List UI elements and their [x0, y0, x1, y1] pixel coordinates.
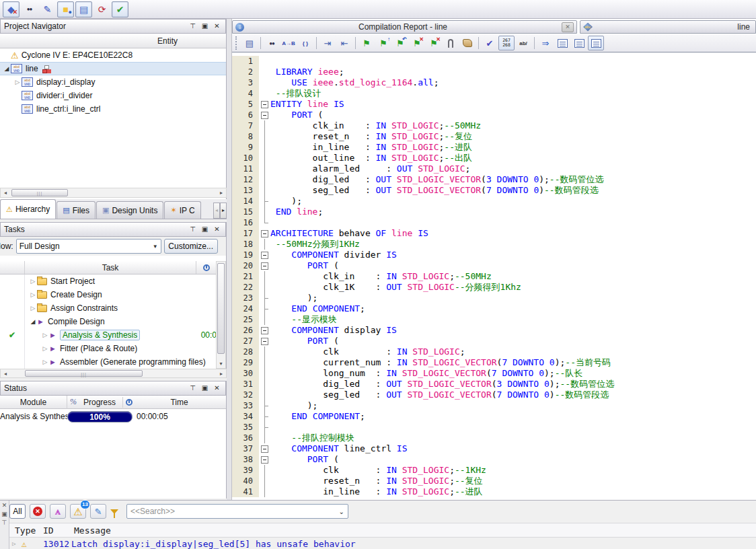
view-outline-icon[interactable] — [571, 36, 587, 50]
task-row[interactable]: ▷Create Design — [0, 288, 217, 301]
filter-errors[interactable]: ✕ — [30, 504, 46, 519]
line-counter-button[interactable]: 267268 — [498, 36, 515, 50]
message-row[interactable]: ▷ ⚠ 13012 Latch display:i_display|seg_le… — [9, 538, 756, 549]
attach-paperclip-icon[interactable] — [443, 36, 459, 50]
customize-button[interactable]: Customize... — [164, 239, 218, 254]
code-line[interactable]: 33 ); — [232, 400, 756, 411]
tree-item[interactable]: ◢abdVHDline — [0, 62, 226, 75]
indent-icon[interactable]: ⇥ — [319, 36, 336, 50]
tree-item[interactable]: ▷abdVHDdisplay:i_display — [0, 75, 226, 89]
code-line[interactable]: 32 seg_led : OUT STD_LOGIC_VECTOR(7 DOWN… — [232, 390, 756, 400]
compilation-report-titlebar[interactable]: ⇩ Compilation Report - line ✕ — [232, 20, 577, 34]
close-icon[interactable]: ✕ — [212, 225, 222, 234]
expander-icon[interactable]: ▷ — [29, 305, 37, 312]
code-line[interactable]: 29 current_num : IN STD_LOGIC_VECTOR(7 D… — [232, 357, 756, 368]
tree-item[interactable]: ⚠Cyclone IV E: EP4CE10E22C8 — [0, 48, 226, 62]
code-line[interactable]: 24 END COMPONENT; — [232, 303, 756, 314]
goto-brace-icon[interactable]: { } — [297, 36, 313, 50]
code-line[interactable]: 12 dig_led : OUT STD_LOGIC_VECTOR(3 DOWN… — [232, 174, 756, 185]
code-line[interactable]: 26 COMPONENT display IS — [232, 325, 756, 336]
fold-marker[interactable] — [259, 110, 270, 120]
code-line[interactable]: 16 — [232, 217, 756, 228]
vhdl-window-titlebar[interactable]: abc line — [580, 20, 756, 34]
expander-icon[interactable]: ▷ — [29, 291, 37, 298]
code-line[interactable]: 40 reset_n : IN STD_LOGIC;--复位 — [232, 476, 756, 486]
code-line[interactable]: 30 long_num : IN STD_LOGIC_VECTOR(7 DOWN… — [232, 368, 756, 379]
fold-marker[interactable] — [259, 336, 270, 346]
expander-icon[interactable]: ▷ — [9, 540, 19, 547]
code-line[interactable]: 23 ); — [232, 293, 756, 303]
expander-icon[interactable]: ▷ — [41, 359, 49, 365]
code-line[interactable]: 8 reset_n : IN STD_LOGIC;--复位 — [232, 131, 756, 142]
project-navigator-hscrollbar[interactable]: ◂ ||| ▸ — [0, 188, 227, 198]
bookmark-next-icon[interactable]: ⚑↑ — [375, 36, 391, 50]
code-line[interactable]: 13 seg_led : OUT STD_LOGIC_VECTOR(7 DOWN… — [232, 185, 756, 196]
code-line[interactable]: 36 --排队控制模块 — [232, 433, 756, 443]
task-row[interactable]: ✔▷►Analysis & Synthesis00:0 — [0, 328, 217, 342]
fold-marker[interactable] — [259, 99, 270, 110]
expander-icon[interactable]: ▷ — [29, 278, 37, 285]
code-line[interactable]: 39 clk : IN STD_LOGIC;--1KHz — [232, 465, 756, 476]
search-combobox[interactable]: <<Search>>⌄ — [126, 504, 348, 519]
fold-marker[interactable] — [259, 443, 270, 454]
outdent-icon[interactable]: ⇤ — [336, 36, 352, 50]
code-line[interactable]: 5ENTITY line IS — [232, 99, 756, 110]
report-form-button[interactable]: ▤ — [75, 1, 92, 17]
tasks-vscrollbar[interactable]: ▾ — [216, 261, 226, 369]
filter-warnings[interactable]: ⚠13 — [70, 504, 86, 519]
tcl-note-button[interactable]: ■● — [57, 1, 74, 17]
fold-marker[interactable] — [259, 454, 270, 465]
flow-select[interactable]: Full Design ▼ — [16, 239, 161, 254]
code-line[interactable]: 21 clk_in : IN STD_LOGIC;--50MHz — [232, 271, 756, 282]
tab-hierarchy[interactable]: ⚠Hierarchy — [0, 199, 56, 219]
tab-ip-c[interactable]: ✶IP C — [164, 201, 200, 219]
code-line[interactable]: 35 — [232, 422, 756, 433]
pin-icon[interactable]: ⊤ — [188, 22, 198, 31]
view-plain-icon[interactable] — [554, 36, 570, 50]
code-line[interactable]: 19 COMPONENT divider IS — [232, 250, 756, 260]
edit-pen-button[interactable]: ✎ — [39, 1, 56, 17]
fold-marker[interactable] — [259, 228, 270, 239]
task-row[interactable]: ▷Start Project — [0, 274, 217, 288]
task-row[interactable]: ▷►Assembler (Generate programming files) — [0, 355, 217, 369]
filter-critical-warnings[interactable]: ▲ — [50, 504, 66, 519]
pin-icon[interactable]: ⊤ — [188, 383, 198, 393]
tab-scroll-left[interactable]: ◂ — [213, 203, 220, 219]
fold-marker[interactable] — [259, 325, 270, 336]
replace-a-b-icon[interactable]: A→B — [280, 36, 297, 50]
expander-icon[interactable]: ▷ — [41, 332, 49, 338]
code-line[interactable]: 11 alarm_led : OUT STD_LOGIC; — [232, 163, 756, 174]
float-icon[interactable]: ▣ — [1, 511, 7, 517]
code-line[interactable]: 38 PORT ( — [232, 454, 756, 465]
tree-item[interactable]: abdVHDdivider:i_divider — [0, 89, 226, 102]
code-line[interactable]: 25 --显示模块 — [232, 314, 756, 325]
project-gem-button[interactable]: ◆✕ — [3, 1, 20, 17]
fold-marker[interactable] — [259, 260, 270, 271]
comment-ab-icon[interactable]: ab/ — [515, 36, 531, 50]
code-line[interactable]: 22 clk_1K : OUT STD_LOGIC--分频得到1Khz — [232, 282, 756, 293]
task-row[interactable]: ◢►Compile Design — [0, 315, 217, 328]
float-icon[interactable]: ▣ — [200, 22, 210, 31]
macro-scroll-icon[interactable] — [459, 36, 476, 50]
task-row[interactable]: ▷►Fitter (Place & Route) — [0, 342, 217, 355]
expander-icon[interactable]: ◢ — [29, 318, 37, 325]
code-line[interactable]: 31 dig_led : OUT STD_LOGIC_VECTOR(3 DOWN… — [232, 379, 756, 390]
filter-flags[interactable]: ✎ — [90, 504, 106, 519]
filter-all[interactable]: All — [9, 504, 26, 519]
check-document-button[interactable]: ✔ — [112, 1, 128, 17]
toolbar-grip[interactable] — [235, 36, 239, 50]
code-line[interactable]: 4 --排队设计 — [232, 88, 756, 99]
analyze-check-icon[interactable]: ✔ — [482, 36, 498, 50]
expander-icon[interactable]: ▷ — [13, 79, 22, 85]
tree-item[interactable]: abdVHDline_ctrl:i_line_ctrl — [0, 102, 226, 116]
code-line[interactable]: 27 PORT ( — [232, 336, 756, 346]
view-split-icon[interactable] — [588, 36, 604, 50]
code-line[interactable]: 7 clk_in : IN STD_LOGIC;--50MHz — [232, 120, 756, 131]
goto-arrow-icon[interactable]: ⇒ — [537, 36, 554, 50]
pin-icon[interactable]: ⊤ — [2, 519, 7, 526]
task-row[interactable]: ▷Assign Constraints — [0, 301, 217, 315]
tab-files[interactable]: ▤Files — [56, 201, 96, 219]
code-line[interactable]: 15 END line; — [232, 207, 756, 217]
code-line[interactable]: 3 USE ieee.std_logic_1164.all; — [232, 77, 756, 88]
bookmark-toggle-icon[interactable]: ⚑ — [358, 36, 375, 50]
